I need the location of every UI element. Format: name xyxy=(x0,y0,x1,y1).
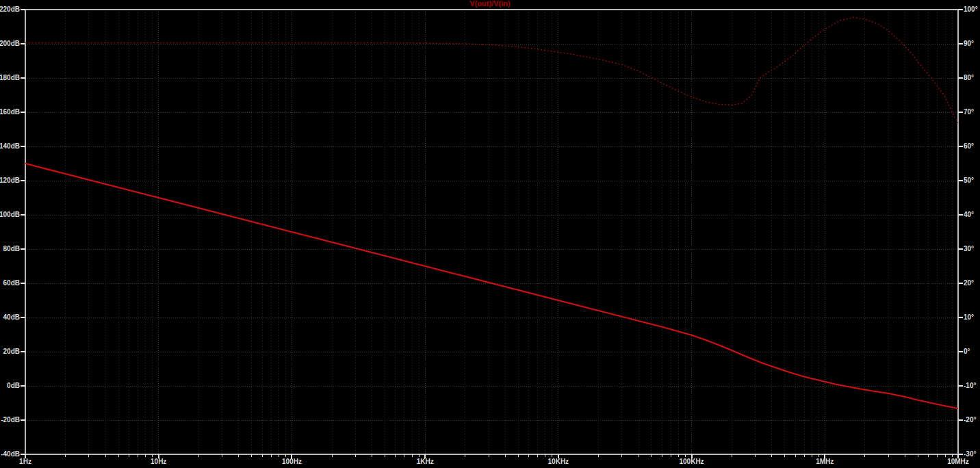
x-tick-label: 1KHz xyxy=(401,458,449,465)
x-tick-label: 100Hz xyxy=(268,458,315,465)
x-tick-label: 10MHz xyxy=(934,458,980,465)
x-tick-label: 10KHz xyxy=(534,458,582,465)
ltspice-waveform-plot: V(out)/V(in) 220dB200dB180dB160dB140dB12… xyxy=(0,0,980,468)
x-tick-label: 100KHz xyxy=(668,458,716,465)
x-tick-label: 10Hz xyxy=(135,458,183,465)
x-axis-frequency[interactable]: 1Hz10Hz100Hz1KHz10KHz100KHz1MHz10MHz xyxy=(0,0,980,468)
x-tick-label: 1Hz xyxy=(1,458,49,465)
x-tick-label: 1MHz xyxy=(801,458,849,465)
